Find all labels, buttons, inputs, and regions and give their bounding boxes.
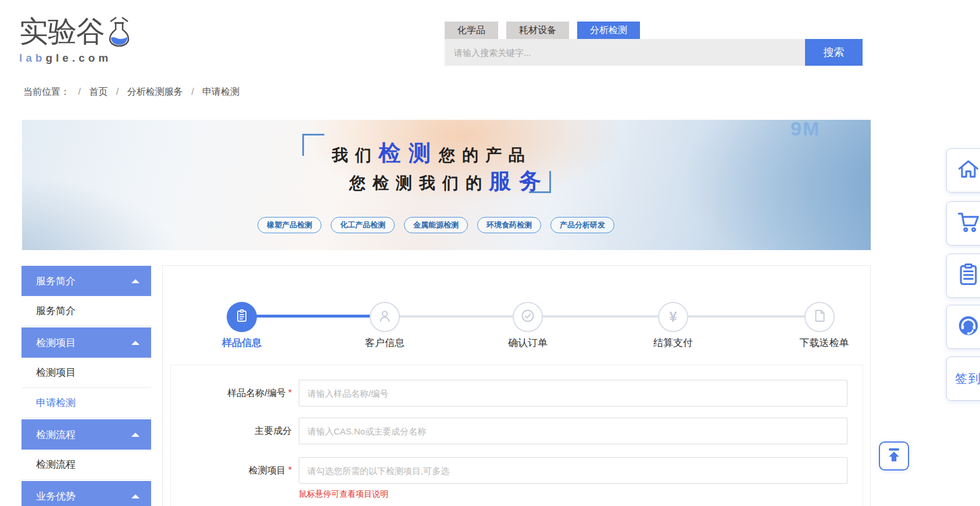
yen-icon: ¥ [669, 309, 677, 325]
required-asterisk: * [288, 388, 292, 398]
step-label-payment: 结算支付 [627, 336, 720, 350]
banner-slogan-line1: 我们检测您的产品 [310, 138, 554, 168]
sidebar-header-label: 业务优势 [36, 490, 76, 503]
hero-banner: 9M 我们检测您的产品 您检测我们的服务 橡塑产品检测 化工产品检测 金属能源检… [22, 120, 871, 250]
slogan-text: 您检测我们的 [349, 174, 489, 192]
breadcrumb-separator: / [191, 87, 194, 97]
search-button[interactable]: 搜索 [805, 39, 863, 66]
step-label-customer-info: 客户信息 [338, 336, 431, 350]
clipboard-icon [234, 308, 249, 326]
slogan-highlight: 服务 [489, 169, 549, 193]
breadcrumb-separator: / [116, 87, 119, 97]
customer-service-button[interactable] [946, 305, 980, 349]
step-label-download-form: 下载送检单 [778, 336, 871, 350]
slogan-highlight: 检测 [378, 141, 439, 165]
sidebar-header-label: 检测流程 [36, 428, 76, 441]
form-label-text: 主要成分 [255, 426, 292, 436]
cart-button[interactable] [946, 201, 980, 245]
sidebar-header-label: 检测项目 [36, 336, 76, 350]
sidebar-item-label: 服务简介 [36, 304, 76, 318]
breadcrumb-separator: / [78, 87, 80, 97]
flask-icon [107, 17, 131, 49]
check-circle-icon [520, 308, 536, 326]
sidebar-item-test-items[interactable]: 检测项目 [22, 358, 151, 388]
orders-button[interactable] [946, 254, 980, 298]
step-circle-download-form [804, 302, 835, 332]
form-label-test-items: 检测项目* [170, 457, 292, 484]
chevron-up-icon [131, 341, 140, 345]
tab-analysis[interactable]: 分析检测 [577, 22, 640, 39]
back-to-top-button[interactable] [879, 441, 909, 471]
sidebar-header-test-process[interactable]: 检测流程 [22, 419, 151, 450]
form-hint-text: 鼠标悬停可查看项目说明 [299, 489, 388, 500]
sidebar-item-test-process[interactable]: 检测流程 [22, 450, 151, 480]
step-label-sample-info: 样品信息 [195, 336, 288, 350]
sidebar-nav: 服务简介 服务简介 检测项目 检测项目 申请检测 检测流程 检测流程 业务优势 [22, 266, 151, 506]
form-label-text: 样品名称/编号 [227, 388, 285, 398]
person-icon [377, 308, 393, 326]
step-circle-customer-info [370, 302, 400, 332]
sample-name-input[interactable] [299, 380, 847, 407]
cart-icon [956, 209, 980, 237]
breadcrumb-prefix: 当前位置： [23, 87, 70, 97]
sidebar-header-label: 服务简介 [36, 275, 76, 288]
sidebar-item-service-intro[interactable]: 服务简介 [22, 296, 151, 326]
page: 实验谷 labgle.com 化学品 耗材设备 分析检测 搜索 当前位置： / … [0, 0, 980, 506]
breadcrumb-home[interactable]: 首页 [89, 87, 108, 97]
sidebar-item-label: 检测项目 [36, 366, 76, 379]
orders-icon [956, 262, 980, 290]
search-category-tabs: 化学品 耗材设备 分析检测 [445, 22, 640, 39]
search-input[interactable] [445, 39, 805, 66]
sign-in-button[interactable]: 签到 [946, 357, 980, 401]
test-items-input[interactable] [299, 457, 847, 484]
sidebar-item-label: 申请检测 [36, 396, 76, 409]
step-circle-sample-info [227, 302, 257, 332]
logo-domain-lab: lab [19, 52, 45, 64]
banner-watermark: 9M [791, 120, 820, 140]
search-bar: 搜索 [445, 39, 863, 66]
back-to-top-icon [885, 446, 903, 466]
document-icon [812, 308, 827, 326]
step-circle-confirm-order [513, 302, 543, 332]
site-logo[interactable]: 实验谷 labgle.com [19, 13, 153, 65]
slogan-text: 我们 [332, 146, 378, 164]
form-label-text: 检测项目 [249, 465, 286, 475]
sidebar-header-business-advantage[interactable]: 业务优势 [22, 481, 151, 506]
step-label-confirm-order: 确认订单 [481, 336, 574, 350]
chevron-up-icon [131, 433, 140, 437]
sidebar-header-service-intro[interactable]: 服务简介 [22, 266, 151, 296]
sign-in-label: 签到 [955, 370, 980, 387]
stepper-progress [242, 315, 385, 318]
breadcrumb-apply-test[interactable]: 申请检测 [202, 87, 239, 97]
logo-graphic: 实验谷 [19, 13, 153, 51]
logo-domain: labgle.com [19, 52, 153, 65]
pill-chemical-products[interactable]: 化工产品检测 [331, 217, 395, 233]
tab-chemicals[interactable]: 化学品 [445, 22, 498, 39]
logo-hanzi: 实验谷 [19, 13, 105, 51]
logo-domain-rest: gle.com [45, 52, 112, 64]
chevron-up-icon [131, 494, 140, 498]
pill-product-analysis[interactable]: 产品分析研发 [550, 217, 614, 233]
customer-service-icon [955, 312, 980, 341]
banner-category-pills: 橡塑产品检测 化工产品检测 金属能源检测 环境食药检测 产品分析研发 [257, 217, 614, 233]
form-label-sample-name: 样品名称/编号* [170, 380, 292, 407]
main-component-input[interactable] [299, 418, 847, 444]
sidebar-item-apply-test[interactable]: 申请检测 [22, 388, 151, 418]
pill-rubber-plastic[interactable]: 橡塑产品检测 [257, 217, 321, 233]
slogan-text: 您的产品 [439, 146, 532, 164]
home-icon [956, 156, 980, 184]
breadcrumb: 当前位置： / 首页 / 分析检测服务 / 申请检测 [23, 86, 245, 98]
sidebar-header-test-items[interactable]: 检测项目 [22, 327, 151, 358]
chevron-up-icon [131, 279, 140, 283]
pill-metal-energy[interactable]: 金属能源检测 [404, 217, 468, 233]
form-label-main-component: 主要成分 [170, 418, 292, 444]
tab-consumables[interactable]: 耗材设备 [506, 22, 569, 39]
sidebar-item-label: 检测流程 [36, 458, 76, 471]
required-asterisk: * [288, 465, 292, 475]
breadcrumb-analysis-service[interactable]: 分析检测服务 [127, 87, 183, 97]
step-circle-payment: ¥ [658, 302, 688, 332]
banner-slogan-line2: 您检测我们的服务 [333, 166, 566, 196]
pill-environment-food-drug[interactable]: 环境食药检测 [477, 217, 541, 233]
home-button[interactable] [946, 148, 980, 193]
